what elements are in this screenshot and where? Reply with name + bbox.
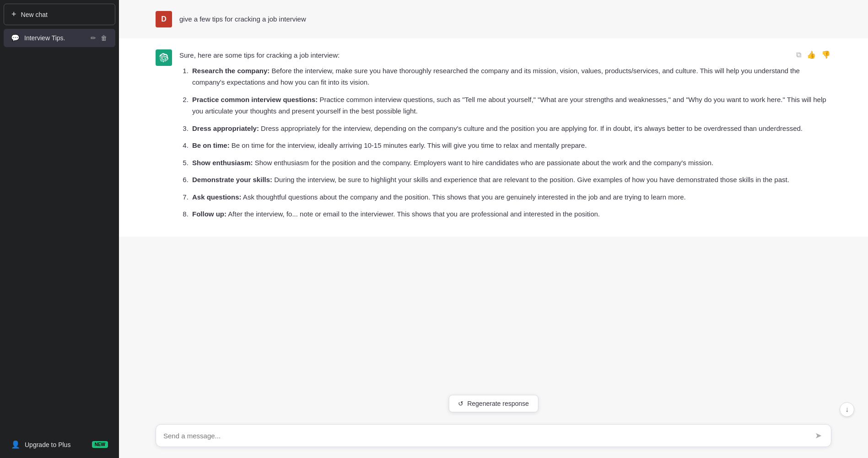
chat-item-actions: ✏ 🗑	[90, 33, 108, 43]
user-message-text: give a few tips for cracking a job inter…	[179, 11, 306, 25]
assistant-intro: Sure, here are some tips for cracking a …	[179, 49, 831, 61]
regenerate-label: Regenerate response	[467, 400, 529, 407]
message-input[interactable]	[163, 430, 813, 441]
chat-container: D give a few tips for cracking a job int…	[119, 0, 868, 458]
plus-icon: +	[11, 10, 16, 19]
user-avatar: D	[156, 11, 172, 27]
chat-history-item[interactable]: 💬 Interview Tips. ✏ 🗑	[4, 29, 115, 47]
delete-chat-button[interactable]: 🗑	[100, 33, 108, 43]
regenerate-icon: ↺	[458, 400, 464, 407]
upgrade-button[interactable]: 👤 Upgrade to Plus NEW	[4, 435, 115, 454]
tip-item: Demonstrate your skills: During the inte…	[190, 174, 831, 186]
tip-item: Practice common interview questions: Pra…	[190, 94, 831, 117]
assistant-avatar	[156, 49, 172, 66]
chevron-down-icon: ↓	[845, 405, 849, 414]
input-area: ➤	[119, 417, 868, 458]
regenerate-popup[interactable]: ↺ Regenerate response	[448, 395, 539, 412]
upgrade-label: Upgrade to Plus	[25, 441, 70, 448]
user-message-row: D give a few tips for cracking a job int…	[119, 0, 868, 38]
openai-logo-icon	[159, 53, 168, 62]
user-icon: 👤	[11, 440, 20, 449]
tip-item: Ask questions: Ask thoughtful questions …	[190, 191, 831, 203]
tips-list: Research the company: Before the intervi…	[179, 65, 831, 220]
thumbs-down-button[interactable]: 👎	[820, 49, 831, 60]
scroll-bottom-button[interactable]: ↓	[840, 402, 854, 417]
chat-item-label: Interview Tips.	[24, 34, 85, 42]
new-chat-button[interactable]: + New chat	[4, 4, 115, 25]
send-icon: ➤	[815, 431, 822, 440]
sidebar-spacer	[4, 47, 115, 435]
send-button[interactable]: ➤	[813, 431, 824, 441]
tip-item: Be on time: Be on time for the interview…	[190, 140, 831, 151]
edit-chat-button[interactable]: ✏	[90, 33, 97, 43]
tip-item: Research the company: Before the intervi…	[190, 65, 831, 88]
tip-item: Show enthusiasm: Show enthusiasm for the…	[190, 157, 831, 169]
copy-button[interactable]: ⧉	[795, 50, 802, 60]
new-badge: NEW	[92, 441, 108, 448]
new-chat-label: New chat	[21, 11, 48, 18]
tip-item: Dress appropriately: Dress appropriately…	[190, 123, 831, 135]
message-actions: ⧉ 👍 👎	[795, 49, 831, 60]
assistant-message-row: Sure, here are some tips for cracking a …	[119, 38, 868, 237]
tip-item: Follow up: After the interview, fo... no…	[190, 208, 831, 220]
thumbs-up-button[interactable]: 👍	[806, 49, 817, 60]
sidebar: + New chat 💬 Interview Tips. ✏ 🗑 👤 Upgra…	[0, 0, 119, 458]
input-wrapper: ➤	[156, 424, 831, 447]
main-content: D give a few tips for cracking a job int…	[119, 0, 868, 458]
assistant-message-content: Sure, here are some tips for cracking a …	[179, 49, 831, 226]
chat-icon: 💬	[11, 34, 20, 42]
